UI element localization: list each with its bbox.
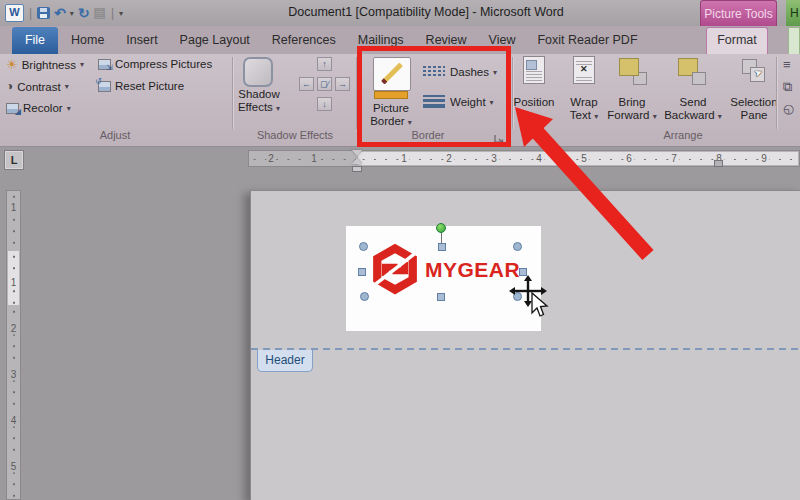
position-button[interactable]: Position ▾	[508, 96, 560, 122]
picture-border-label-2: Border ▾	[362, 115, 420, 129]
h-ruler-number: 2	[444, 153, 454, 165]
v-ruler-number: 1	[11, 201, 17, 214]
shadow-on-off-button[interactable]: ◻∕	[317, 77, 332, 91]
bring-forward-button[interactable]: Bring Forward ▾	[605, 96, 659, 123]
contrast-label: Contrast	[17, 81, 60, 93]
resize-handle-left[interactable]	[358, 268, 366, 276]
nudge-shadow-right-button[interactable]: →	[335, 77, 350, 91]
chevron-down-icon: ▾	[493, 68, 497, 77]
wrap-text-button[interactable]: Wrap Text ▾	[560, 96, 608, 123]
rotation-handle[interactable]	[436, 223, 446, 233]
picture-border-icon[interactable]	[373, 57, 411, 91]
tab-home[interactable]: Home	[60, 27, 115, 54]
rotation-handle-stem	[441, 233, 442, 243]
h-ruler-number: 9	[759, 153, 769, 165]
reset-picture-label: Reset Picture	[115, 80, 184, 92]
chevron-down-icon: ▾	[408, 118, 412, 127]
selected-picture[interactable]: MYGEAR	[346, 226, 541, 331]
title-bar: W | ↶ ▾ ↻ ▤ | ▾ Document1 [Compatibility…	[0, 0, 800, 26]
tab-stop-selector[interactable]: L	[4, 150, 24, 170]
brightness-button[interactable]: ☀ Brightness ▾	[6, 58, 84, 71]
tab-view[interactable]: View	[478, 27, 527, 54]
tab-page-layout[interactable]: Page Layout	[169, 27, 261, 54]
tab-foxit-reader-pdf[interactable]: Foxit Reader PDF	[526, 27, 648, 54]
recolor-label: Recolor	[23, 102, 63, 114]
tab-references[interactable]: References	[261, 27, 347, 54]
header-boundary-dashed-line	[251, 348, 800, 350]
h-ruler-number: 1	[309, 153, 319, 165]
header-area-tab: Header	[257, 350, 313, 372]
recolor-button[interactable]: ◢ Recolor ▾	[6, 102, 71, 114]
word-window: { "colors": { "annotation": "#e8231d", "…	[0, 0, 800, 500]
h-ruler-number: 1	[399, 153, 409, 165]
mygear-logo-emblem	[367, 239, 423, 299]
resize-handle-bottom-center[interactable]	[437, 293, 445, 301]
hanging-indent-marker[interactable]	[352, 158, 362, 164]
chevron-down-icon: ▾	[594, 112, 598, 121]
border-dialog-launcher[interactable]	[494, 130, 504, 140]
dashes-button[interactable]: Dashes ▾	[450, 66, 497, 78]
nudge-shadow-left-button[interactable]: ←	[299, 77, 314, 91]
send-backward-button[interactable]: Send Backward ▾	[663, 96, 723, 123]
contrast-icon: ◑	[6, 80, 13, 93]
nudge-shadow-down-button[interactable]: ↓	[317, 97, 332, 111]
contrast-button[interactable]: ◑ Contrast ▾	[6, 80, 69, 93]
main-tabs: HomeInsertPage LayoutReferencesMailingsR…	[60, 27, 649, 54]
wrap-text-label-1: Wrap	[560, 96, 608, 109]
mygear-logo-text: MYGEAR	[425, 258, 520, 282]
weight-button[interactable]: Weight ▾	[450, 96, 494, 108]
v-ruler-number: 5	[11, 460, 17, 473]
selection-pane-button[interactable]: Selection Pane	[727, 96, 781, 122]
document-page[interactable]: MYGEAR Header	[250, 190, 800, 500]
shadow-effects-button[interactable]: Shadow Effects ▾	[231, 88, 287, 115]
shadow-effects-icon[interactable]	[243, 57, 273, 87]
resize-handle-right[interactable]	[519, 268, 527, 276]
right-indent-marker[interactable]	[714, 160, 723, 167]
tab-mailings[interactable]: Mailings	[347, 27, 415, 54]
adjust-group-label: Adjust	[60, 129, 170, 141]
left-indent-marker[interactable]	[352, 166, 362, 172]
wrap-text-icon: ✕	[573, 56, 595, 84]
compress-pictures-icon: ⇲	[98, 59, 111, 70]
chevron-down-icon: ▾	[80, 60, 84, 69]
recolor-accent: ◢	[15, 108, 21, 116]
tab-file[interactable]: File	[12, 27, 58, 54]
tab-review[interactable]: Review	[415, 27, 478, 54]
first-line-indent-marker[interactable]	[352, 150, 362, 156]
compress-pictures-button[interactable]: ⇲ Compress Pictures	[98, 58, 212, 70]
resize-handle-top-center[interactable]	[438, 243, 446, 251]
position-icon	[523, 56, 545, 84]
weight-label: Weight	[450, 96, 486, 108]
compress-arrows: ⇲	[106, 64, 113, 72]
shadow-effects-group-label: Shadow Effects	[245, 129, 345, 141]
resize-handle-bottom-right[interactable]	[513, 292, 522, 301]
v-ruler-number: 1	[11, 276, 17, 289]
picture-border-label-1: Picture	[362, 102, 420, 115]
chevron-down-icon: ▾	[508, 109, 560, 122]
h-ruler-number: 3	[489, 153, 499, 165]
resize-handle-top-left[interactable]	[359, 242, 368, 251]
send-backward-label-1: Send	[663, 96, 723, 109]
shadow-effects-label-2: Effects ▾	[231, 101, 287, 115]
resize-handle-bottom-left[interactable]	[360, 292, 369, 301]
picture-border-button[interactable]: Picture Border ▾	[362, 102, 420, 129]
h-ruler-number: 4	[534, 153, 544, 165]
send-backward-label-2: Backward ▾	[663, 109, 723, 123]
group-separator	[776, 57, 777, 129]
nudge-shadow-up-button[interactable]: ↑	[317, 57, 332, 71]
vertical-ruler[interactable]: 112345	[6, 190, 21, 500]
align-icon[interactable]: ≡	[783, 58, 791, 72]
h-ruler-number: 6	[624, 153, 634, 165]
h-ruler-number: 7	[669, 153, 679, 165]
recolor-icon: ◢	[6, 103, 19, 114]
picture-tools-contextual-header: Picture Tools	[700, 0, 777, 26]
reset-picture-button[interactable]: ↺ Reset Picture	[98, 80, 184, 92]
rotate-icon[interactable]: ◵	[783, 102, 794, 116]
tab-format[interactable]: Format	[706, 27, 768, 54]
selection-pane-icon: ➤	[742, 59, 766, 83]
resize-handle-top-right[interactable]	[513, 242, 522, 251]
tab-insert[interactable]: Insert	[115, 27, 168, 54]
bring-forward-label-2: Forward ▾	[605, 109, 659, 123]
reset-picture-icon: ↺	[98, 81, 111, 92]
group-icon[interactable]: ⧉	[783, 80, 792, 94]
